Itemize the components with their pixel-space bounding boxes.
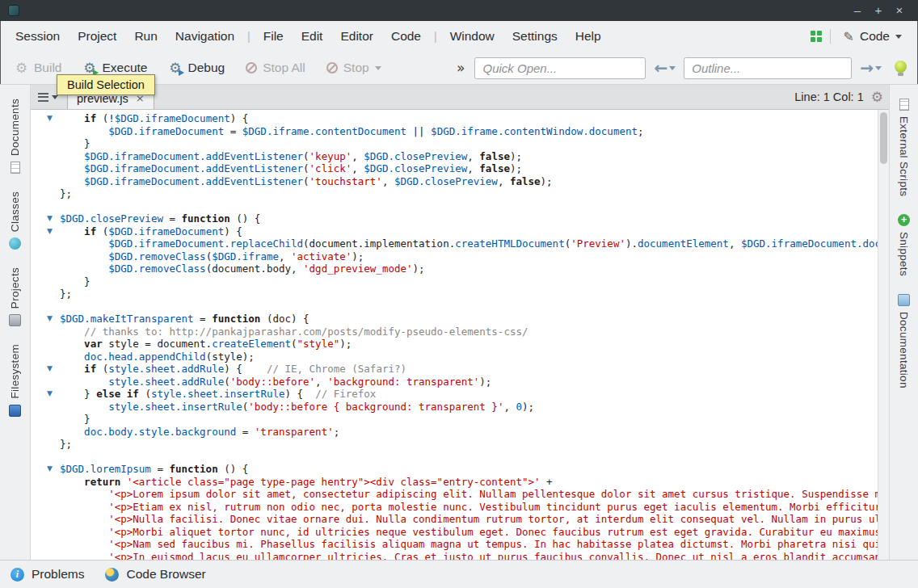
fold-gutter	[31, 137, 60, 150]
dock-classes[interactable]: Classes	[9, 183, 21, 258]
fold-marker-icon[interactable]: ▼	[31, 212, 60, 225]
navigate-forward-button[interactable]: →	[857, 58, 885, 78]
projects-icon	[9, 314, 21, 326]
menu-navigation[interactable]: Navigation	[166, 24, 243, 48]
dock-label: Snippets	[898, 232, 910, 276]
menu-session[interactable]: Session	[6, 24, 69, 48]
menu-file[interactable]: File	[255, 24, 293, 48]
tabrow-right: Line: 1 Col: 1	[794, 90, 887, 104]
dock-documentation[interactable]: Documentation	[898, 285, 910, 397]
fold-gutter	[31, 426, 60, 439]
outline-input[interactable]	[684, 57, 852, 79]
fold-marker-icon[interactable]: ▼	[31, 112, 60, 125]
code-line: '<p>Nam sed faucibus mi. Phasellus facil…	[31, 538, 878, 551]
gear-icon[interactable]	[871, 90, 883, 104]
minimize-button[interactable]: –	[847, 0, 868, 21]
stop-all-button[interactable]: Stop All	[239, 57, 312, 79]
code-line: ▼$DGD.makeItTransparent = function (doc)…	[31, 313, 878, 326]
documents-icon	[11, 162, 20, 174]
menu-project[interactable]: Project	[69, 24, 125, 48]
external-scripts-icon	[899, 99, 909, 111]
toolbar-button-label: Stop All	[263, 61, 305, 75]
fold-gutter	[31, 326, 60, 338]
code-text: };	[60, 187, 878, 200]
menu-editor[interactable]: Editor	[331, 24, 382, 48]
fold-gutter	[31, 175, 60, 188]
code-text: $DGD.iframeDocument.replaceChild(documen…	[60, 237, 878, 250]
dock-external-scripts[interactable]: External Scripts	[898, 90, 910, 205]
dock-documents[interactable]: Documents	[9, 90, 21, 183]
code-line: return '<article class="page type-page h…	[31, 476, 878, 489]
dock-label: Projects	[9, 267, 21, 309]
code-line: $DGD.removeClass(document.body, 'dgd_pre…	[31, 262, 878, 275]
quick-open-input[interactable]	[474, 57, 646, 79]
fold-marker-icon[interactable]: ▼	[31, 463, 60, 476]
menubar-right-separator	[830, 29, 831, 44]
fold-marker-icon[interactable]: ▼	[31, 363, 60, 376]
area-switcher-button[interactable]: Code	[839, 26, 907, 48]
cursor-position-status: Line: 1 Col: 1	[794, 90, 863, 103]
fold-marker-icon[interactable]: ▼	[31, 388, 60, 401]
lightbulb-icon[interactable]	[895, 61, 907, 73]
left-dock: DocumentsClassesProjectsFilesystem	[0, 85, 31, 560]
stop-button[interactable]: Stop	[320, 57, 388, 79]
code-line: $DGD.iframeDocument.addEventListener('cl…	[31, 162, 878, 175]
code-text: $DGD.iframeDocument = $DGD.iframe.conten…	[60, 125, 878, 138]
fold-gutter	[31, 376, 60, 388]
code-text: '<p>Nam sed faucibus mi. Phasellus facil…	[60, 538, 878, 551]
fold-gutter	[31, 538, 60, 551]
statusbar: ProblemsCode Browser	[0, 560, 918, 588]
fold-gutter	[31, 476, 60, 489]
menu-edit[interactable]: Edit	[293, 24, 332, 48]
debug-button[interactable]: Debug	[162, 57, 231, 79]
code-browser-button[interactable]: Code Browser	[105, 567, 205, 582]
code-text: style.sheet.addRule('body::before', 'bac…	[60, 376, 878, 388]
menubar-separator: |	[243, 30, 255, 43]
fold-gutter	[31, 262, 60, 275]
fold-gutter	[31, 526, 60, 539]
code-text: };	[60, 288, 878, 300]
fold-gutter	[31, 338, 60, 351]
code-text: }	[60, 275, 878, 288]
code-text: '<p>Lorem ipsum dolor sit amet, consecte…	[60, 488, 878, 501]
fold-marker-icon[interactable]: ▼	[31, 225, 60, 238]
debug-icon	[168, 61, 182, 75]
editor[interactable]: ▼ if (!$DGD.iframeDocument) { $DGD.ifram…	[31, 110, 889, 560]
code-line: style.sheet.addRule('body::before', 'bac…	[31, 376, 878, 388]
close-button[interactable]: ×	[889, 0, 910, 21]
code-text: '<p>Nulla facilisi. Donec vitae ornare d…	[60, 513, 878, 526]
menu-window[interactable]: Window	[441, 24, 503, 48]
fold-gutter	[31, 551, 60, 561]
classes-icon	[9, 237, 21, 250]
code-line: $DGD.iframeDocument.replaceChild(documen…	[31, 237, 878, 250]
dock-snippets[interactable]: Snippets	[898, 205, 910, 285]
menubar-separator: |	[430, 30, 441, 43]
code-text: var style = document.createElement("styl…	[60, 338, 878, 351]
code-text: if (style.sheet.addRule) { // IE, Chrome…	[60, 363, 878, 376]
code-line: '<p>Etiam ex nisl, rutrum non odio nec, …	[31, 501, 878, 514]
code-line: ▼ if ($DGD.iframeDocument) {	[31, 225, 878, 238]
problems-icon	[11, 568, 24, 582]
navigate-back-button[interactable]: ←	[651, 58, 679, 78]
main-area: DocumentsClassesProjectsFilesystem previ…	[0, 85, 918, 560]
scrollbar-thumb[interactable]	[880, 112, 887, 164]
code-text: }	[60, 413, 878, 426]
code-text	[60, 451, 878, 464]
dock-filesystem[interactable]: Filesystem	[9, 335, 21, 426]
menu-help[interactable]: Help	[566, 24, 610, 48]
code-line	[31, 200, 878, 213]
area-grid-icon[interactable]	[811, 31, 822, 42]
dock-projects[interactable]: Projects	[9, 258, 21, 335]
fold-gutter	[31, 351, 60, 363]
code-text: style.sheet.insertRule('body::before { b…	[60, 401, 878, 414]
menu-settings[interactable]: Settings	[503, 24, 566, 48]
documentation-icon	[898, 294, 910, 306]
menu-code[interactable]: Code	[382, 24, 430, 48]
vertical-scrollbar[interactable]	[878, 110, 889, 560]
code-line	[31, 451, 878, 464]
problems-button[interactable]: Problems	[11, 567, 84, 582]
maximize-button[interactable]: +	[868, 0, 889, 21]
menu-run[interactable]: Run	[125, 24, 166, 48]
fold-marker-icon[interactable]: ▼	[31, 313, 60, 326]
toolbar-overflow-button[interactable]: »	[452, 60, 470, 76]
